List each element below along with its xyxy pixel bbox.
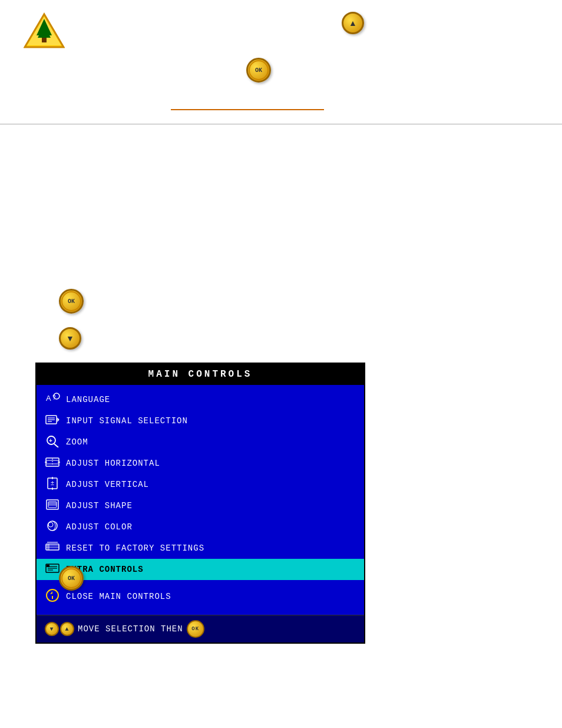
ok-button-top[interactable]: OK — [246, 58, 271, 83]
ok-button-mid[interactable]: OK — [59, 289, 84, 314]
svg-rect-46 — [47, 565, 49, 567]
section-divider — [0, 124, 562, 124]
close-main-controls[interactable]: CLOSE MAIN CONTROLS — [37, 585, 364, 611]
menu-item-extra-controls[interactable]: EXTRA CONTROLS — [37, 559, 364, 580]
ok-icon-top[interactable]: OK — [246, 58, 271, 83]
down-button-mid[interactable]: ▼ — [59, 327, 81, 350]
footer-updown-icons: ▼ ▲ — [45, 622, 74, 636]
menu-item-adjust-color[interactable]: ADJUST COLOR — [37, 516, 364, 538]
footer-text: MOVE SELECTION THEN — [78, 624, 183, 634]
svg-line-17 — [54, 444, 58, 447]
ok-button-bottom[interactable]: OK — [59, 566, 84, 591]
up-arrow-icon[interactable]: ▲ — [342, 12, 364, 34]
svg-marker-48 — [50, 591, 52, 596]
horizontal-icon — [45, 456, 61, 471]
link-underline — [171, 109, 324, 110]
language-label: LANGUAGE — [66, 395, 110, 404]
menu-item-adjust-horizontal[interactable]: ADJUST HORIZONTAL — [37, 453, 364, 474]
svg-text:+: + — [49, 437, 53, 444]
footer-up-arrow: ▲ — [60, 622, 74, 636]
menu-item-zoom[interactable]: + ZOOM — [37, 431, 364, 453]
zoom-icon: + — [45, 434, 61, 450]
shape-label: ADJUST SHAPE — [66, 501, 133, 510]
reset-factory-label: RESET TO FACTORY SETTINGS — [66, 543, 204, 553]
menu-item-input-signal[interactable]: INPUT SIGNAL SELECTION — [37, 410, 364, 431]
svg-rect-5 — [42, 38, 47, 42]
vertical-icon: ± — [45, 477, 61, 492]
reset-icon — [45, 541, 61, 556]
language-icon: A ? — [45, 391, 61, 407]
vertical-label: ADJUST VERTICAL — [66, 480, 149, 489]
menu-item-language[interactable]: A ? LANGUAGE — [37, 388, 364, 410]
horizontal-label: ADJUST HORIZONTAL — [66, 459, 160, 468]
up-button-top[interactable]: ▲ — [342, 12, 364, 34]
color-label: ADJUST COLOR — [66, 522, 133, 532]
shape-icon — [45, 498, 61, 513]
footer-down-arrow: ▼ — [45, 622, 59, 636]
zoom-label: ZOOM — [66, 437, 88, 447]
menu-item-adjust-shape[interactable]: ADJUST SHAPE — [37, 495, 364, 516]
input-signal-label: INPUT SIGNAL SELECTION — [66, 416, 188, 426]
color-icon — [45, 519, 61, 535]
osd-items-container: A ? LANGUAGE INPUT SIGNAL — [37, 385, 364, 615]
input-signal-icon — [45, 413, 61, 429]
menu-item-adjust-vertical[interactable]: ± ADJUST VERTICAL — [37, 474, 364, 495]
ok-icon-bottom[interactable]: OK — [59, 566, 84, 591]
ok-icon-mid[interactable]: OK — [59, 289, 84, 314]
svg-text:A: A — [46, 394, 52, 403]
osd-footer: ▼ ▲ MOVE SELECTION THEN OK — [37, 615, 364, 643]
down-arrow-icon[interactable]: ▼ — [59, 327, 81, 350]
close-label: CLOSE MAIN CONTROLS — [66, 592, 171, 601]
menu-spacer — [37, 580, 364, 585]
osd-menu: MAIN CONTROLS A ? LANGUAGE — [35, 363, 365, 644]
menu-item-reset-factory[interactable]: RESET TO FACTORY SETTINGS — [37, 538, 364, 559]
osd-title: MAIN CONTROLS — [37, 364, 364, 385]
footer-ok-icon: OK — [187, 620, 204, 638]
svg-rect-30 — [48, 502, 57, 508]
svg-point-35 — [48, 522, 53, 527]
warning-icon: ! — [24, 12, 65, 52]
svg-text:±: ± — [51, 479, 55, 486]
